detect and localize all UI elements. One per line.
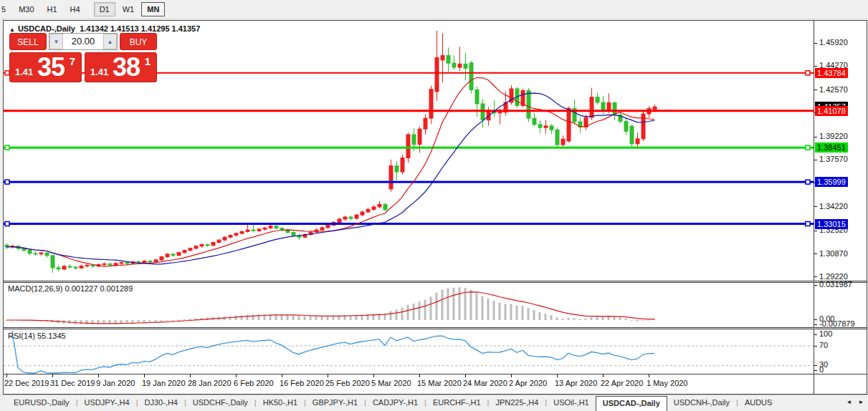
level-drag-handle[interactable] xyxy=(5,222,9,226)
candle-body xyxy=(240,231,244,233)
rsi-axis-label: 70 xyxy=(819,341,828,349)
price-tick-mark xyxy=(814,137,817,137)
candle-body xyxy=(653,107,657,110)
macd-histogram-bar xyxy=(315,316,318,320)
candle-body xyxy=(406,135,410,158)
sell-price-box[interactable]: 1.41 35 7 xyxy=(9,52,82,82)
price-level-line[interactable] xyxy=(4,147,814,149)
sell-button[interactable]: SELL xyxy=(9,33,47,50)
buy-price-big: 38 xyxy=(113,52,140,82)
tab-usdchf-daily[interactable]: USDCHF-,Daily xyxy=(186,395,254,411)
macd-histogram-bar xyxy=(459,287,461,320)
timeframe-button-mn[interactable]: MN xyxy=(141,2,165,16)
candle-body xyxy=(624,122,628,132)
candle-body xyxy=(475,90,479,104)
tab-hk50-h1[interactable]: HK50-,H1 xyxy=(257,395,304,411)
level-drag-handle[interactable] xyxy=(5,180,9,184)
tab-usdcad-daily[interactable]: USDCAD-,Daily xyxy=(596,396,667,411)
price-tick-mark xyxy=(814,43,817,44)
candle-body xyxy=(200,245,204,246)
buy-price-box[interactable]: 1.41 38 1 xyxy=(85,52,157,82)
tab-cadjpy-h1[interactable]: CADJPY-,H1 xyxy=(366,395,424,411)
tab-usdjpy-h4[interactable]: USDJPY-,H4 xyxy=(77,395,135,411)
level-drag-handle[interactable] xyxy=(5,145,9,150)
level-drag-handle[interactable] xyxy=(806,71,810,75)
macd-label: MACD(12,26,9) 0.001227 0.001289 xyxy=(8,284,133,293)
timeframe-button-5[interactable]: 5 xyxy=(0,2,11,16)
macd-histogram-bar xyxy=(419,301,421,320)
candle-body xyxy=(395,166,399,172)
candle-body xyxy=(464,64,467,68)
tab-audus[interactable]: AUDUS xyxy=(738,395,779,411)
macd-histogram-bar xyxy=(539,312,541,320)
rsi-axis-label: 0 xyxy=(819,365,824,374)
price-badge: 1.43784 xyxy=(815,68,848,78)
level-drag-handle[interactable] xyxy=(806,180,810,184)
macd-histogram-bar xyxy=(396,309,398,320)
candle-body xyxy=(636,139,639,144)
date-tick-label: 2 Apr 2020 xyxy=(509,379,547,387)
timeframe-button-m30[interactable]: M30 xyxy=(13,2,39,16)
candle-body xyxy=(108,263,112,265)
price-level-line[interactable] xyxy=(4,110,814,112)
volume-stepper: ▼ 20.00 ▲ xyxy=(49,33,118,50)
tab-scroll-left-icon[interactable]: ◄ xyxy=(844,397,854,408)
macd-histogram-bar xyxy=(453,288,455,320)
tab-gbpjpy-h1[interactable]: GBPJPY-,H1 xyxy=(306,395,364,411)
date-tick-label: 9 Jan 2020 xyxy=(96,379,135,387)
tab-eurusd-daily[interactable]: EURUSD-,Daily xyxy=(7,395,76,411)
macd-pane-divider[interactable] xyxy=(4,281,867,283)
tab-eurchf-h1[interactable]: EURCHF-,H1 xyxy=(426,395,487,411)
price-tick-label: 1.45920 xyxy=(819,38,848,47)
collapse-arrow-icon[interactable]: ▲ xyxy=(9,26,15,33)
macd-histogram-bar xyxy=(183,319,186,320)
macd-histogram-bar xyxy=(247,315,249,320)
timeframe-button-w1[interactable]: W1 xyxy=(117,2,140,16)
date-tick-mark xyxy=(144,374,145,377)
sell-price-pip: 7 xyxy=(70,55,75,67)
price-tick-mark xyxy=(814,253,817,254)
tab-scroll-right-icon[interactable]: ► xyxy=(856,397,867,408)
macd-histogram-bar xyxy=(505,304,507,320)
tab-jpn225-h4[interactable]: JPN225-,H4 xyxy=(489,395,545,411)
sell-price-big: 35 xyxy=(37,52,65,82)
candle-body xyxy=(383,204,387,209)
price-axis-separator xyxy=(814,21,814,394)
candle-body xyxy=(590,97,593,117)
date-tick-label: 13 Apr 2020 xyxy=(555,379,597,387)
timeframe-button-h1[interactable]: H1 xyxy=(42,2,63,16)
date-tick-label: 24 Mar 2020 xyxy=(463,379,507,387)
buy-button[interactable]: BUY xyxy=(120,33,157,50)
date-axis-line xyxy=(4,374,867,374)
volume-input[interactable]: 20.00 xyxy=(63,34,103,49)
date-tick-mark xyxy=(52,374,53,377)
macd-histogram-bar xyxy=(333,316,335,320)
price-tick-label: 1.39220 xyxy=(819,132,848,140)
price-level-line[interactable] xyxy=(4,223,814,225)
price-tick-mark xyxy=(814,231,817,231)
tab-scroll-buttons: ◄ ► xyxy=(844,397,867,408)
tab-dj30-h4[interactable]: DJ30-,H4 xyxy=(138,395,184,411)
candle-body xyxy=(550,126,553,130)
volume-increase-icon[interactable]: ▲ xyxy=(103,34,117,49)
volume-decrease-icon[interactable]: ▼ xyxy=(49,34,63,49)
candle-body xyxy=(211,242,215,245)
timeframe-button-h4[interactable]: H4 xyxy=(65,2,86,16)
candle-body xyxy=(567,108,571,141)
rsi-line xyxy=(12,331,654,373)
macd-histogram-bar xyxy=(287,315,289,320)
level-drag-handle[interactable] xyxy=(806,145,810,150)
macd-histogram-bar xyxy=(166,320,168,321)
rsi-pane-divider[interactable] xyxy=(4,327,867,329)
candle-body xyxy=(418,129,421,145)
macd-histogram-bar xyxy=(436,293,438,320)
tab-usdcnh-daily[interactable]: USDCNH-,Daily xyxy=(667,395,736,411)
candle-body xyxy=(361,212,364,215)
candle-body xyxy=(74,267,77,268)
macd-histogram-bar xyxy=(189,319,191,320)
price-level-line[interactable] xyxy=(4,181,814,183)
level-drag-handle[interactable] xyxy=(806,222,810,226)
timeframe-button-d1[interactable]: D1 xyxy=(94,2,115,16)
macd-histogram-bar xyxy=(310,316,312,320)
tab-usoil-h1[interactable]: USOil-,H1 xyxy=(547,395,596,411)
